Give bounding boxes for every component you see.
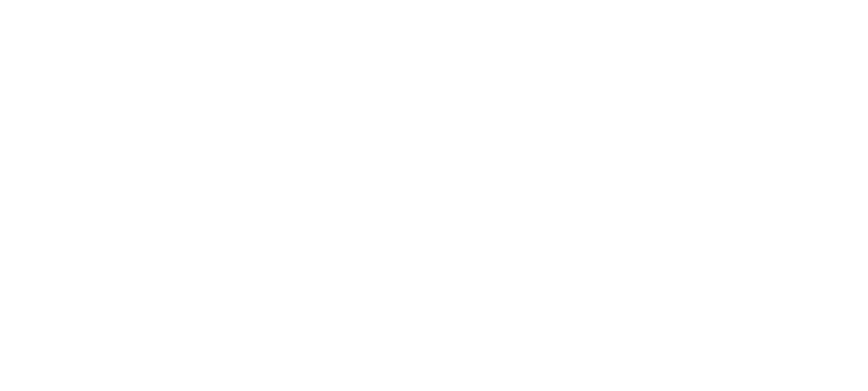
code-snippet-main: Frame f=new Frame("my awt"); f.setSize(3… [4, 0, 216, 6]
